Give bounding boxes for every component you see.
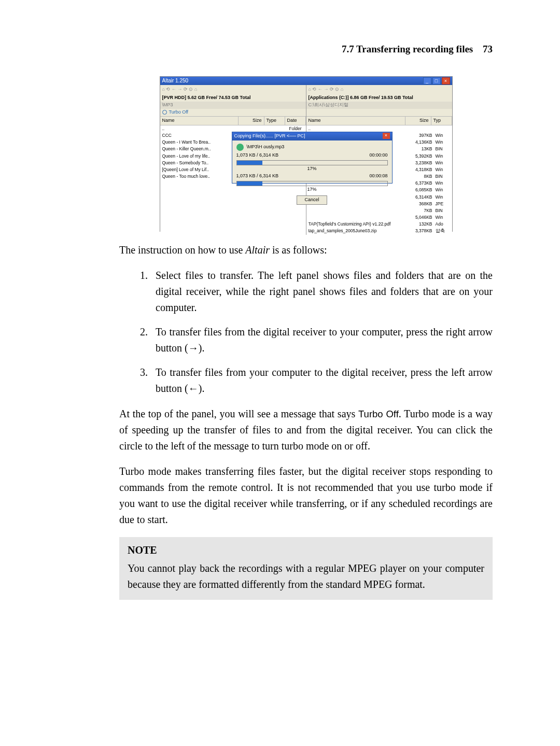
section-title: 7.7 Transferring recording files — [342, 44, 473, 54]
progress-bar-1 — [236, 160, 388, 165]
copying-file: \MP3\H ously.mp3 — [247, 144, 285, 151]
window-title: Altair 1.250 — [162, 77, 189, 85]
intro-line: The instruction on how to use Altair is … — [119, 242, 493, 258]
right-toolbar[interactable]: ⌂ ⟲ ← → ⟳ ⊙ ⌂ — [306, 85, 452, 94]
left-table-header: Name Size Type Date — [160, 116, 306, 125]
window-controls: _ □ × — [423, 77, 450, 85]
step-3: To transfer files from your computer to … — [140, 364, 493, 397]
titlebar: Altair 1.250 _ □ × — [160, 77, 452, 85]
dialog-close-icon[interactable]: × — [383, 133, 390, 139]
note-heading: NOTE — [128, 542, 484, 558]
right-path: C:\회사\삼성디지털 — [306, 102, 452, 109]
instruction-list: Select files to transfer. The left panel… — [140, 268, 493, 397]
page-number: 73 — [483, 44, 493, 54]
maximize-button[interactable]: □ — [432, 77, 441, 85]
col-size[interactable]: Size — [405, 117, 431, 125]
close-button[interactable]: × — [442, 77, 450, 85]
left-path: \MP3 — [160, 102, 306, 109]
note-box: NOTE You cannot play back the recordings… — [119, 537, 493, 600]
turbo-paragraph-2: Turbo mode makes transferring files fast… — [119, 463, 493, 528]
col-type[interactable]: Typ — [431, 117, 452, 125]
page-header: 7.7 Transferring recording files 73 — [119, 41, 493, 57]
turbo-paragraph-1: At the top of the panel, you will see a … — [119, 406, 493, 454]
turbo-toggle[interactable]: Turbo Off — [160, 109, 306, 116]
note-body: You cannot play back the recordings with… — [128, 560, 484, 593]
col-date[interactable]: Date — [285, 117, 306, 125]
right-info: [Applications (C:)] 6.86 GB Free/ 19.53 … — [306, 94, 452, 102]
col-name[interactable]: Name — [306, 117, 405, 125]
right-table-header: Name Size Typ — [306, 116, 452, 125]
turbo-circle-icon[interactable] — [162, 110, 167, 115]
left-info: [PVR HDD] 5.62 GB Free/ 74.53 GB Total — [160, 94, 306, 102]
copy-icon — [236, 144, 244, 151]
cancel-button[interactable]: Cancel — [297, 195, 327, 205]
dialog-title: Copying File(s)...... [PVR <── PC] × — [232, 132, 392, 140]
progress-bar-2 — [236, 181, 388, 186]
minimize-button[interactable]: _ — [423, 77, 431, 85]
turbo-label: Turbo Off — [169, 109, 189, 116]
copy-dialog: Copying File(s)...... [PVR <── PC] × \MP… — [232, 132, 393, 184]
col-type[interactable]: Type — [264, 117, 285, 125]
left-toolbar[interactable]: ⌂ ⟲ ← → ⟳ ⊙ ⌂ — [160, 85, 306, 94]
altair-window: Altair 1.250 _ □ × ⌂ ⟲ ← → ⟳ ⊙ ⌂ [PVR HD… — [160, 76, 453, 232]
col-name[interactable]: Name — [160, 117, 239, 125]
col-size[interactable]: Size — [239, 117, 264, 125]
step-2: To transfer files from the digital recei… — [140, 324, 493, 356]
step-1: Select files to transfer. The left panel… — [140, 268, 493, 316]
